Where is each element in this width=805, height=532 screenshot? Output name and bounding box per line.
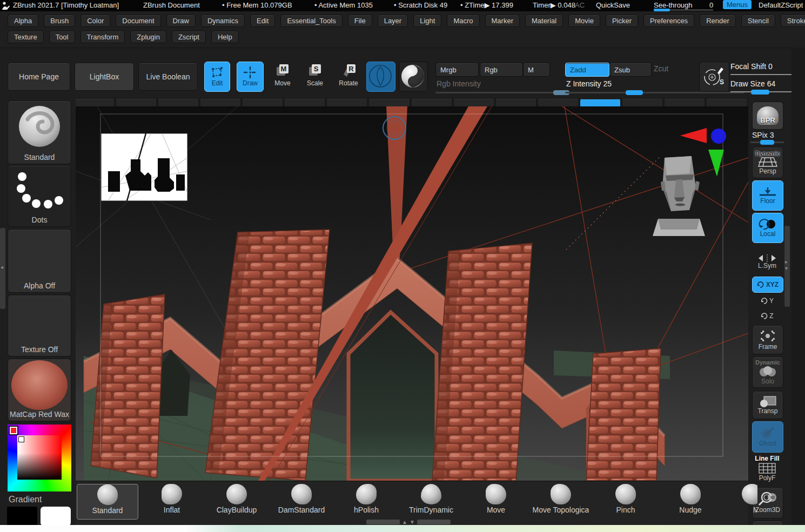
menu-document[interactable]: Document <box>116 15 160 27</box>
tray-scrollbar[interactable]: ▲ ▼ <box>366 520 458 524</box>
zadd-button[interactable]: Zadd <box>565 63 609 77</box>
tray-brush-inflat[interactable]: Inflat <box>142 484 202 518</box>
zcut-button[interactable]: Zcut <box>654 64 668 73</box>
xyz-button[interactable]: XYZ <box>752 277 783 293</box>
tray-brush-partial[interactable]: M <box>725 484 757 518</box>
current-texture-tile[interactable]: Texture Off <box>8 295 71 356</box>
tray-brush-move[interactable]: Move <box>466 484 526 518</box>
m-button[interactable]: M <box>523 63 550 77</box>
timeline-strip[interactable] <box>74 98 747 107</box>
menu-dynamics[interactable]: Dynamics <box>201 15 245 27</box>
zsub-button[interactable]: Zsub <box>609 63 652 77</box>
menu-help[interactable]: Help <box>211 31 239 43</box>
tray-brush-move-topological[interactable]: Move Topologica <box>531 484 591 518</box>
tray-brush-claybuildup[interactable]: ClayBuildup <box>206 484 267 518</box>
tray-brush-trimdynamic[interactable]: TrimDynamic <box>401 484 461 518</box>
mrgb-button[interactable]: Mrgb <box>435 63 479 77</box>
tray-brush-standard[interactable]: Standard <box>77 484 138 520</box>
menu-edit[interactable]: Edit <box>250 15 275 27</box>
floor-button[interactable]: Floor <box>752 180 783 211</box>
menu-zscript[interactable]: Zscript <box>172 31 206 43</box>
gradient-label[interactable]: Gradient <box>9 495 42 504</box>
menu-layer[interactable]: Layer <box>378 15 408 27</box>
persp-button[interactable]: Dynamic Persp <box>752 147 783 178</box>
timeline-active-segment[interactable] <box>580 99 620 107</box>
live-boolean-button[interactable]: Live Boolean <box>138 63 198 91</box>
menu-marker[interactable]: Marker <box>485 15 520 27</box>
canvas-3d-viewport[interactable] <box>76 106 748 481</box>
frame-button[interactable]: Frame <box>752 325 783 354</box>
tray-scroll-down-icon[interactable]: ▼ <box>410 520 415 525</box>
rotate-z-button[interactable]: Z <box>752 309 782 323</box>
menu-file[interactable]: File <box>348 15 372 27</box>
frame-icon <box>759 329 776 343</box>
bpr-render-button[interactable]: BPR <box>752 102 783 130</box>
current-stroke-tile[interactable]: Dots <box>8 165 71 227</box>
draw-size-slider[interactable] <box>730 91 801 92</box>
transp-button[interactable]: Transp <box>752 391 783 419</box>
solo-button[interactable]: Dynamic Solo <box>752 356 783 388</box>
menu-preferences[interactable]: Preferences <box>643 15 694 27</box>
menu-essential-tools[interactable]: Essential_Tools <box>280 15 342 27</box>
local-button[interactable]: Local <box>752 213 783 243</box>
tray-brush-pinch[interactable]: Pinch <box>595 484 656 518</box>
see-through-slider[interactable] <box>654 9 713 11</box>
menu-zplugin[interactable]: Zplugin <box>130 31 166 43</box>
left-shelf-divider[interactable]: ◂ <box>0 228 5 309</box>
rotate-mode-button[interactable]: R Rotate <box>335 63 362 87</box>
axis-z-dot[interactable] <box>711 129 726 144</box>
menu-brush[interactable]: Brush <box>44 15 75 27</box>
focal-shift-slider[interactable] <box>730 74 801 75</box>
move-mode-button[interactable]: M Move <box>270 63 295 87</box>
menu-macro[interactable]: Macro <box>447 15 479 27</box>
rgb-button[interactable]: Rgb <box>480 63 523 77</box>
current-tool-sphere-button[interactable] <box>366 62 395 92</box>
menu-material[interactable]: Material <box>525 15 563 27</box>
color-picker[interactable] <box>8 425 71 491</box>
draw-mode-button[interactable]: Draw <box>237 62 264 92</box>
right-shelf-divider[interactable]: ▸ ▾ <box>784 226 790 307</box>
tray-brush-damstandard[interactable]: DamStandard <box>271 484 332 518</box>
draw-size-handle[interactable] <box>751 90 769 95</box>
menu-picker[interactable]: Picker <box>606 15 638 27</box>
menu-alpha[interactable]: Alpha <box>8 15 38 27</box>
z-intensity-handle[interactable] <box>626 90 643 95</box>
menu-tool[interactable]: Tool <box>49 31 75 43</box>
lightbox-button[interactable]: LightBox <box>75 63 134 91</box>
edit-mode-button[interactable]: Edit <box>204 62 230 92</box>
stroke-curve-button[interactable]: S <box>699 62 729 92</box>
hue-selector[interactable] <box>9 426 18 435</box>
rotate-y-button[interactable]: Y <box>752 294 782 308</box>
primary-color-swatch[interactable] <box>41 507 71 526</box>
polyf-label: PolyF <box>759 474 776 482</box>
secondary-color-swatch[interactable] <box>7 507 37 526</box>
ghost-button[interactable]: Ghost <box>752 421 783 453</box>
menu-movie[interactable]: Movie <box>568 15 600 27</box>
scale-mode-button[interactable]: S Scale <box>303 63 327 87</box>
default-zscript-button[interactable]: DefaultZScript <box>759 1 805 9</box>
ac-indicator: AC <box>575 1 585 9</box>
menu-stroke[interactable]: Stroke <box>781 15 805 27</box>
sv-selector[interactable] <box>18 436 24 442</box>
menu-transform[interactable]: Transform <box>81 31 125 43</box>
tray-brush-nudge[interactable]: Nudge <box>660 484 721 518</box>
tray-scroll-up-icon[interactable]: ▲ <box>402 520 407 525</box>
current-material-button[interactable] <box>399 62 428 92</box>
polyf-button[interactable]: Line Fill PolyF <box>752 454 782 483</box>
spix-handle[interactable] <box>760 140 774 145</box>
current-brush-tile[interactable]: Standard <box>8 100 71 164</box>
current-material-tile[interactable]: MatCap Red Wax <box>8 359 71 421</box>
menu-texture[interactable]: Texture <box>8 31 44 43</box>
menu-draw[interactable]: Draw <box>166 15 196 27</box>
current-alpha-tile[interactable]: Alpha Off <box>8 229 71 293</box>
lsym-button[interactable]: L.Sym <box>752 251 782 273</box>
menu-light[interactable]: Light <box>413 15 441 27</box>
menu-color[interactable]: Color <box>81 15 110 27</box>
menu-render[interactable]: Render <box>700 15 736 27</box>
spix-slider[interactable] <box>750 142 784 143</box>
quicksave-button[interactable]: QuickSave <box>596 1 630 9</box>
home-page-button[interactable]: Home Page <box>8 63 70 91</box>
tray-brush-hpolish[interactable]: hPolish <box>336 484 397 518</box>
menus-button[interactable]: Menus <box>723 0 752 9</box>
menu-stencil[interactable]: Stencil <box>741 15 775 27</box>
